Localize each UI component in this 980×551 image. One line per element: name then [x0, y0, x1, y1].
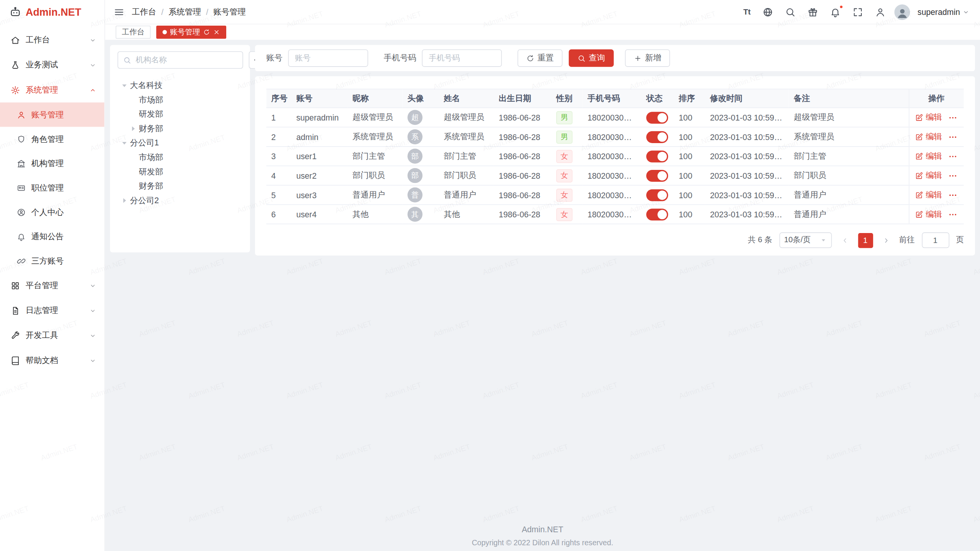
cell-status [641, 185, 674, 205]
cell-gender: 女 [551, 166, 583, 185]
tree-node[interactable]: 财务部 [118, 179, 243, 193]
cell-actions: 编辑 [909, 147, 964, 166]
prev-page-button[interactable] [838, 234, 851, 246]
cell-status [641, 127, 674, 147]
ellipsis-icon[interactable] [948, 171, 957, 180]
cell-modified: 2023-01-03 10:59:44 [705, 108, 789, 127]
tab-0[interactable]: 工作台 [116, 26, 150, 39]
user-menu[interactable]: superadmin [918, 7, 969, 16]
status-toggle[interactable] [646, 189, 668, 201]
caret-down-icon[interactable] [120, 81, 129, 90]
column-header: 状态 [641, 89, 674, 108]
cell-status [641, 166, 674, 185]
cell-sort: 100 [674, 166, 705, 185]
tree-node[interactable]: 市场部 [118, 150, 243, 165]
edit-icon [915, 210, 923, 218]
sidebar-item-3[interactable]: 平台管理 [0, 273, 105, 298]
gift-icon[interactable] [807, 7, 818, 17]
bell-icon[interactable] [830, 7, 841, 17]
reset-button[interactable]: 重置 [518, 49, 563, 67]
account-input[interactable] [288, 49, 368, 67]
sidebar-subitem[interactable]: 角色管理 [0, 127, 105, 151]
tree-node[interactable]: 大名科技 [118, 78, 243, 93]
tab-label: 工作台 [122, 27, 144, 37]
cell-sort: 100 [674, 108, 705, 127]
tree-node-label: 研发部 [139, 108, 163, 119]
ellipsis-icon[interactable] [948, 210, 957, 219]
page-number-1[interactable]: 1 [858, 233, 873, 248]
tree-node-label: 大名科技 [130, 80, 163, 91]
sidebar-subitem[interactable]: 机构管理 [0, 151, 105, 176]
ellipsis-icon[interactable] [948, 190, 957, 199]
table-row: 1superadmin超级管理员超超级管理员1986-06-28男1802003… [266, 108, 964, 127]
sidebar-item-4[interactable]: 日志管理 [0, 298, 105, 323]
edit-label: 编辑 [926, 209, 942, 220]
sidebar-subitem[interactable]: 账号管理 [0, 103, 105, 127]
sidebar-subitem[interactable]: 职位管理 [0, 176, 105, 200]
ellipsis-icon[interactable] [948, 132, 957, 141]
sidebar-item-2[interactable]: 系统管理 [0, 77, 105, 102]
search-button[interactable]: 查询 [569, 49, 614, 67]
org-tree-panel: 大名科技市场部研发部财务部分公司1市场部研发部财务部分公司2 [110, 45, 250, 253]
caret-right-icon[interactable] [120, 196, 129, 205]
tree-node[interactable]: 研发部 [118, 164, 243, 179]
edit-button[interactable]: 编辑 [915, 131, 942, 142]
close-icon[interactable] [213, 29, 220, 36]
tab-1[interactable]: 账号管理 [156, 26, 226, 39]
caret-right-icon[interactable] [129, 124, 137, 133]
edit-button[interactable]: 编辑 [915, 209, 942, 220]
breadcrumb-item[interactable]: 系统管理 [168, 6, 201, 17]
search-icon[interactable] [785, 7, 796, 17]
goto-label: 前往 [899, 235, 915, 246]
status-toggle[interactable] [646, 208, 668, 220]
sidebar-item-label: 平台管理 [26, 280, 84, 291]
refresh-icon[interactable] [203, 29, 210, 36]
font-size-icon[interactable]: Tt [743, 7, 751, 17]
cell-actions: 编辑 [909, 185, 964, 205]
goto-page-input[interactable] [921, 232, 949, 248]
fullscreen-icon[interactable] [853, 7, 863, 17]
user-icon[interactable] [875, 7, 886, 17]
page-size-select[interactable]: 10条/页 [779, 232, 831, 248]
ellipsis-icon[interactable] [948, 113, 957, 122]
status-toggle[interactable] [646, 170, 668, 181]
status-toggle[interactable] [646, 131, 668, 143]
edit-button[interactable]: 编辑 [915, 170, 942, 181]
breadcrumb-item[interactable]: 工作台 [132, 6, 156, 17]
sidebar-subitem[interactable]: 通知公告 [0, 224, 105, 249]
globe-icon[interactable] [763, 7, 773, 17]
cell-nickname: 超级管理员 [348, 108, 403, 127]
edit-button[interactable]: 编辑 [915, 189, 942, 201]
sidebar-subitem[interactable]: 三方账号 [0, 249, 105, 273]
cell-seq: 4 [266, 166, 291, 185]
edit-icon [915, 113, 923, 121]
edit-button[interactable]: 编辑 [915, 112, 942, 123]
next-page-button[interactable] [880, 234, 892, 246]
reset-label: 重置 [537, 52, 554, 64]
org-search-input[interactable] [134, 55, 237, 65]
tree-node[interactable]: 财务部 [118, 121, 243, 136]
tree-node[interactable]: 研发部 [118, 107, 243, 121]
caret-down-icon[interactable] [120, 139, 129, 147]
tree-node[interactable]: 市场部 [118, 93, 243, 107]
breadcrumb-item[interactable]: 账号管理 [213, 6, 246, 17]
tree-node[interactable]: 分公司2 [118, 193, 243, 207]
cell-remark: 部门主管 [789, 147, 908, 166]
edit-label: 编辑 [926, 150, 942, 161]
sidebar-subitem[interactable]: 个人中心 [0, 200, 105, 224]
phone-input[interactable] [422, 49, 502, 67]
cell-account: superadmin [291, 108, 348, 127]
sidebar-item-5[interactable]: 开发工具 [0, 323, 105, 348]
sidebar-item-0[interactable]: 工作台 [0, 28, 105, 52]
row-avatar: 系 [407, 129, 422, 144]
status-toggle[interactable] [646, 111, 668, 123]
avatar[interactable] [894, 4, 910, 20]
ellipsis-icon[interactable] [948, 152, 957, 161]
sidebar-item-1[interactable]: 业务测试 [0, 52, 105, 77]
edit-button[interactable]: 编辑 [915, 150, 942, 161]
add-button[interactable]: 新增 [625, 49, 670, 67]
tree-node[interactable]: 分公司1 [118, 135, 243, 150]
status-toggle[interactable] [646, 150, 668, 162]
sidebar-item-6[interactable]: 帮助文档 [0, 348, 105, 373]
hamburger-icon[interactable] [114, 7, 124, 17]
